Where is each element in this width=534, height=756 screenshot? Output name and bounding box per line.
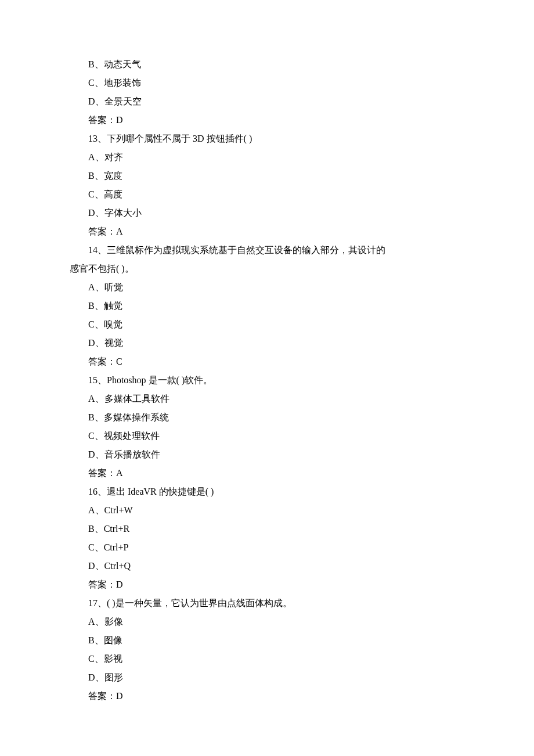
text-line: B、Ctrl+R: [70, 520, 464, 538]
text-line: B、多媒体操作系统: [70, 408, 464, 427]
text-line: D、字体大小: [70, 204, 464, 222]
text-line: C、Ctrl+P: [70, 538, 464, 557]
text-line: C、影视: [70, 650, 464, 668]
text-line: B、触觉: [70, 297, 464, 315]
text-line: 16、退出 IdeaVR 的快捷键是( ): [70, 483, 464, 501]
text-line: A、听觉: [70, 278, 464, 297]
text-line: A、对齐: [70, 148, 464, 167]
text-line: 17、( )是一种矢量，它认为世界由点线面体构成。: [70, 594, 464, 613]
text-line: A、影像: [70, 613, 464, 631]
text-line: 14、三维鼠标作为虚拟现实系统基于自然交互设备的输入部分，其设计的: [70, 241, 464, 260]
text-line: D、音乐播放软件: [70, 445, 464, 464]
text-line: B、宽度: [70, 167, 464, 185]
text-line: B、图像: [70, 631, 464, 650]
text-line: C、视频处理软件: [70, 427, 464, 445]
text-line: C、地形装饰: [70, 74, 464, 92]
text-line: A、Ctrl+W: [70, 501, 464, 520]
text-line: 15、Photoshop 是一款( )软件。: [70, 371, 464, 390]
text-line: 13、下列哪个属性不属于 3D 按钮插件( ): [70, 129, 464, 148]
text-line: D、全景天空: [70, 92, 464, 111]
text-line: D、Ctrl+Q: [70, 557, 464, 575]
text-line: A、多媒体工具软件: [70, 390, 464, 408]
text-line: 答案：D: [70, 575, 464, 594]
text-line: 答案：D: [70, 111, 464, 129]
text-line: C、嗅觉: [70, 315, 464, 334]
text-line: 答案：D: [70, 687, 464, 705]
text-line: D、视觉: [70, 334, 464, 352]
text-line: 感官不包括( )。: [70, 260, 464, 278]
text-line: 答案：A: [70, 464, 464, 483]
text-line: B、动态天气: [70, 55, 464, 74]
text-line: D、图形: [70, 668, 464, 687]
document-page: B、动态天气C、地形装饰D、全景天空答案：D13、下列哪个属性不属于 3D 按钮…: [0, 0, 534, 756]
text-line: 答案：A: [70, 222, 464, 241]
text-line: 答案：C: [70, 352, 464, 371]
text-line: C、高度: [70, 185, 464, 204]
